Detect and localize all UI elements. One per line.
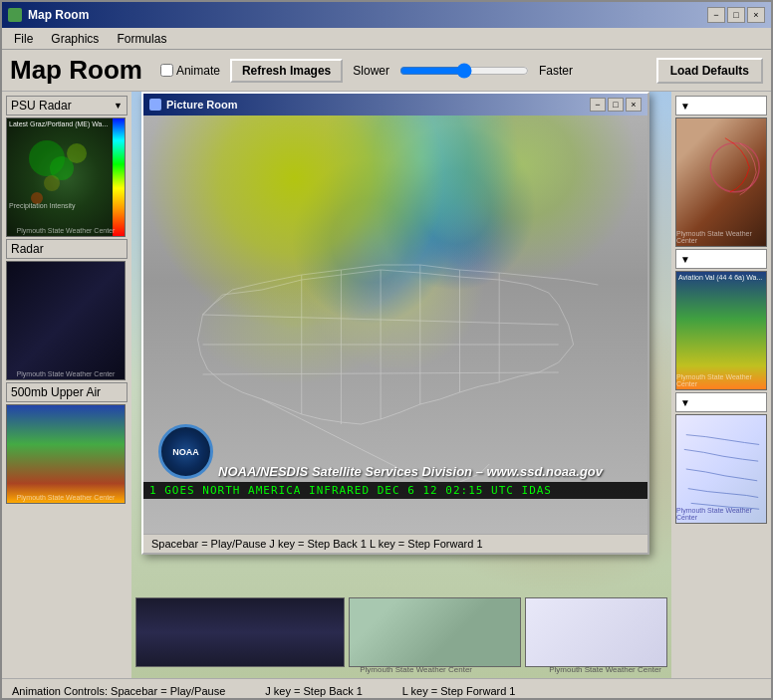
right-watermark-2: Plymouth State Weather Center (676, 373, 764, 387)
title-bar-left: Map Room (8, 8, 89, 22)
right-dropdown-2-icon: ▼ (680, 254, 690, 265)
bottom-map-3-label (526, 601, 528, 612)
bottom-watermark-1: Plymouth State Weather Center (360, 665, 472, 674)
psu-radar-section: PSU Radar ▼ Latest Graz/Portland (ME) Wa… (6, 96, 128, 237)
title-bar-controls: − □ × (707, 7, 765, 23)
psu-radar-label: PSU Radar (11, 99, 72, 113)
upper-air-section: 500mb Upper Air Plymouth State Weather C… (6, 382, 128, 504)
upper-air-image[interactable]: Plymouth State Weather Center (6, 404, 126, 504)
maximize-button[interactable]: □ (727, 7, 745, 23)
left-panel: PSU Radar ▼ Latest Graz/Portland (ME) Wa… (2, 92, 131, 678)
psu-radar-header[interactable]: PSU Radar ▼ (6, 96, 128, 116)
right-section-3: ▼ Plymouth State Weather Center (675, 392, 767, 524)
upper-air-header[interactable]: 500mb Upper Air (6, 382, 128, 402)
animation-label: Animation Controls: Spacebar = Play/Paus… (12, 685, 225, 697)
right-dropdown-1[interactable]: ▼ (675, 96, 767, 116)
bottom-map-2-label (350, 601, 352, 612)
window-title: Map Room (28, 8, 89, 22)
l-key-label: L key = Step Forward 1 (402, 685, 516, 697)
right-dropdown-3[interactable]: ▼ (675, 392, 767, 412)
radar-section: Radar Plymouth State Weather Center (6, 239, 128, 380)
satellite-map: NOAA NOAA/NESDIS Satellite Services Divi… (143, 116, 647, 534)
right-section-2: ▼ Plymouth State Weather Center Aviation… (675, 249, 767, 390)
app-title: Map Room (10, 55, 142, 86)
radar-label: Radar (11, 242, 44, 256)
popup-title-bar: Picture Room − □ × (143, 94, 647, 116)
bottom-map-1[interactable] (135, 597, 345, 667)
right-image-1[interactable]: Plymouth State Weather Center (675, 117, 767, 247)
popup-title: Picture Room (166, 99, 238, 111)
right-image-1-svg (676, 118, 766, 246)
svg-text:Precipitation Intensity: Precipitation Intensity (9, 202, 76, 210)
menu-bar: File Graphics Formulas (2, 28, 771, 50)
animate-control: Animate (160, 64, 220, 78)
faster-label: Faster (539, 64, 573, 78)
goes-bar: 1 GOES NORTH AMERICA INFRARED DEC 6 12 0… (143, 482, 647, 499)
app-icon (8, 8, 22, 22)
right-dropdown-2[interactable]: ▼ (675, 249, 767, 269)
right-panel: ▼ Plymouth State Weather Center ▼ (671, 92, 771, 678)
noaa-overlay-text: NOAA/NESDIS Satellite Services Division … (218, 464, 647, 479)
right-watermark-1: Plymouth State Weather Center (676, 230, 764, 244)
main-content: PSU Radar ▼ Latest Graz/Portland (ME) Wa… (2, 92, 771, 678)
psu-radar-dropdown-icon[interactable]: ▼ (114, 101, 123, 111)
noaa-text: NOAA (172, 447, 199, 457)
right-image-3[interactable]: Plymouth State Weather Center (675, 414, 767, 524)
minimize-button[interactable]: − (707, 7, 725, 23)
status-bar: Animation Controls: Spacebar = Play/Paus… (2, 678, 771, 700)
menu-formulas[interactable]: Formulas (113, 31, 170, 47)
bottom-watermark-2: Plymouth State Weather Center (549, 665, 661, 674)
speed-slider[interactable] (399, 63, 529, 79)
right-image-2[interactable]: Plymouth State Weather Center Aviation V… (675, 271, 767, 390)
popup-icon (149, 99, 161, 111)
center-area: Plymouth State Weather Center Plymouth S… (131, 92, 671, 678)
bottom-map-3[interactable] (525, 597, 667, 667)
animate-label: Animate (176, 64, 220, 78)
title-bar: Map Room − □ × (2, 2, 771, 28)
animate-checkbox[interactable] (160, 64, 173, 77)
popup-controls: − □ × (590, 98, 642, 112)
upper-air-label: 500mb Upper Air (11, 385, 101, 399)
popup-close[interactable]: × (626, 98, 642, 112)
radar-watermark: Plymouth State Weather Center (7, 370, 125, 377)
right-section-1: ▼ Plymouth State Weather Center (675, 96, 767, 247)
svg-point-3 (44, 175, 60, 191)
load-defaults-button[interactable]: Load Defaults (656, 58, 763, 84)
upper-air-watermark: Plymouth State Weather Center (7, 494, 125, 501)
right-image-2-label: Aviation Val (44 4 6a) Wa... (678, 274, 762, 281)
header-bar: Map Room Animate Refresh Images Slower F… (2, 50, 771, 92)
svg-point-2 (67, 143, 87, 163)
bottom-map-2[interactable] (349, 597, 520, 667)
psu-radar-image[interactable]: Latest Graz/Portland (ME) Wa... Plymouth… (6, 117, 126, 237)
menu-file[interactable]: File (10, 31, 37, 47)
slower-label: Slower (353, 64, 389, 78)
right-dropdown-1-icon: ▼ (680, 101, 690, 112)
popup-minimize[interactable]: − (590, 98, 606, 112)
j-key-label: J key = Step Back 1 (265, 685, 363, 697)
radar-overlay: Precipitation Intensity (7, 118, 125, 236)
refresh-button[interactable]: Refresh Images (230, 59, 343, 83)
popup-title-left: Picture Room (149, 99, 238, 111)
popup-maximize[interactable]: □ (608, 98, 624, 112)
right-dropdown-3-icon: ▼ (680, 397, 690, 408)
right-watermark-3: Plymouth State Weather Center (676, 507, 764, 521)
picture-room-popup: Picture Room − □ × (141, 92, 649, 555)
popup-status-bar: Spacebar = Play/Pause J key = Step Back … (143, 534, 647, 553)
radar-image[interactable]: Plymouth State Weather Center (6, 261, 126, 380)
radar-header[interactable]: Radar (6, 239, 128, 259)
menu-graphics[interactable]: Graphics (47, 31, 103, 47)
bottom-map-1-label (136, 601, 138, 612)
noaa-logo: NOAA (158, 424, 213, 479)
close-button[interactable]: × (747, 7, 765, 23)
